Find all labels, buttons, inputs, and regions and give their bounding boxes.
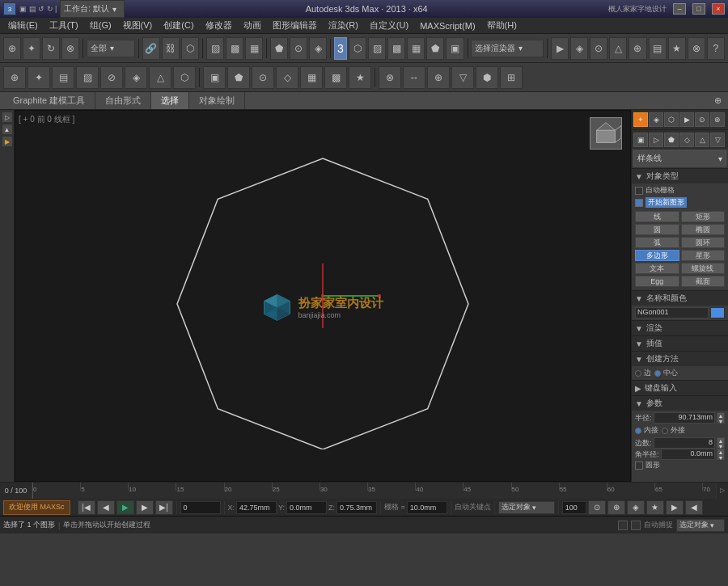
start-new-shape-checkbox[interactable] (635, 199, 643, 207)
select-all-dropdown[interactable]: 全部▾ (87, 40, 135, 57)
tool-n5[interactable]: ⬟ (426, 37, 444, 60)
coord-y-field[interactable]: 0.0mm (286, 501, 327, 514)
maxscript-btn[interactable]: 欢迎使用 MAXSc (3, 500, 70, 515)
tool-render2[interactable]: ◈ (570, 37, 588, 60)
t2-7[interactable]: △ (149, 66, 171, 89)
t2-2[interactable]: ✦ (28, 66, 50, 89)
pi2-3[interactable]: ⬟ (664, 133, 679, 147)
shape-btn-rect[interactable]: 矩形 (681, 211, 726, 222)
menu-create[interactable]: 创建(C) (159, 19, 198, 32)
interpolation-header[interactable]: ▼ 插值 (632, 336, 728, 351)
radius-field[interactable]: 90.713mm (654, 412, 715, 424)
tool-align[interactable]: ⊙ (290, 37, 307, 60)
pi2-4[interactable]: ◇ (679, 133, 694, 147)
bc-r6[interactable]: ◀ (685, 500, 703, 515)
shape-btn-helix[interactable]: 螺旋线 (681, 263, 726, 274)
circular-checkbox[interactable] (635, 462, 643, 470)
pi-hierarchy[interactable]: ⬡ (664, 112, 679, 127)
tab-paint[interactable]: 对象绘制 (189, 92, 245, 109)
t2-18[interactable]: ⊕ (427, 66, 450, 89)
pi-create[interactable]: ✦ (633, 112, 648, 127)
t2-3[interactable]: ▤ (52, 66, 74, 89)
menu-modify[interactable]: 修改器 (201, 19, 237, 32)
menu-group[interactable]: 组(G) (85, 19, 116, 32)
keyboard-input-header[interactable]: ▶ 键盘输入 (632, 381, 728, 395)
tool-n6[interactable]: ▣ (446, 37, 463, 60)
tool-unlink[interactable]: ⛓ (162, 37, 180, 60)
nav-cube[interactable] (590, 117, 622, 150)
object-type-header[interactable]: ▼ 对象类型 (632, 169, 728, 183)
tool-render5[interactable]: ⊕ (629, 37, 646, 60)
tool-bind[interactable]: ⬡ (181, 37, 199, 60)
tool-render6[interactable]: ▤ (649, 37, 667, 60)
t2-19[interactable]: ▽ (451, 66, 474, 89)
tool-scale[interactable]: ⊗ (61, 37, 79, 60)
bc-r1[interactable]: ⊙ (588, 500, 606, 515)
viewport[interactable]: [ + 0 前 0 线框 ] (15, 110, 631, 482)
t2-8[interactable]: ⬡ (173, 66, 196, 89)
menu-animation[interactable]: 动画 (239, 19, 266, 32)
tool-help[interactable]: ? (707, 37, 725, 60)
grid-field[interactable]: 10.0mm (407, 501, 447, 514)
pi2-5[interactable]: △ (695, 133, 709, 147)
bc-prev-frame[interactable]: ◀ (97, 500, 115, 515)
color-swatch[interactable] (710, 307, 725, 318)
rendering-header[interactable]: ▼ 渲染 (632, 321, 728, 335)
t2-15[interactable]: ★ (349, 66, 371, 89)
shape-btn-egg[interactable]: Egg (635, 276, 679, 287)
pi2-2[interactable]: ▷ (649, 133, 663, 147)
menu-render[interactable]: 渲染(R) (324, 19, 363, 32)
menu-edit[interactable]: 编辑(E) (3, 19, 43, 32)
t2-21[interactable]: ⊞ (500, 66, 523, 89)
lt-3[interactable]: ▶ (2, 136, 13, 147)
select-filter-dropdown[interactable]: 选定对象▾ (676, 519, 725, 532)
radius-spinner[interactable]: ▲ ▼ (717, 412, 725, 424)
radio-circumscribed[interactable] (662, 428, 668, 434)
t2-11[interactable]: ⊙ (252, 66, 274, 89)
bc-play[interactable]: ▶ (116, 500, 134, 515)
menu-help[interactable]: 帮助(H) (482, 19, 522, 32)
tool-move[interactable]: ✦ (23, 37, 40, 60)
tool-n3[interactable]: ▩ (387, 37, 405, 60)
tool-layer[interactable]: ▨ (206, 37, 224, 60)
snap-indicator[interactable] (618, 521, 628, 530)
tool-render7[interactable]: ★ (668, 37, 686, 60)
bc-r4[interactable]: ★ (646, 500, 664, 515)
shape-btn-text[interactable]: 文本 (635, 263, 679, 274)
bc-goto-start[interactable]: |◀ (78, 500, 95, 515)
pi-display[interactable]: ⊙ (695, 112, 709, 127)
pi-utils[interactable]: ⊕ (710, 112, 725, 127)
pi2-6[interactable]: ▽ (710, 133, 725, 147)
timeline-scroll[interactable]: ▷ (716, 483, 728, 499)
t2-12[interactable]: ◇ (276, 66, 298, 89)
bc-goto-end[interactable]: ▶| (155, 500, 173, 515)
tool-render3[interactable]: ⊙ (590, 37, 607, 60)
bc-r3[interactable]: ◈ (627, 500, 645, 515)
shape-btn-star[interactable]: 星形 (681, 250, 726, 261)
lt-1[interactable]: ▷ (2, 112, 13, 123)
tool-num[interactable]: 3 (334, 37, 347, 60)
auto-grid-checkbox[interactable] (635, 187, 643, 195)
corner-radius-field[interactable]: 0.0mm (661, 449, 715, 460)
shape-btn-ellipse[interactable]: 椭圆 (681, 224, 726, 235)
render-dropdown[interactable]: 选择渲染器▾ (471, 40, 544, 57)
maximize-btn[interactable]: □ (692, 3, 705, 15)
key-indicator[interactable] (631, 521, 641, 530)
t2-13[interactable]: ▦ (300, 66, 323, 89)
bc-r5[interactable]: ▶ (666, 500, 684, 515)
t2-16[interactable]: ⊗ (379, 66, 401, 89)
tool-render8[interactable]: ⊗ (688, 37, 705, 60)
tool-spacer[interactable]: ◈ (309, 37, 327, 60)
viewport-nav[interactable] (590, 117, 624, 151)
tool-mirror[interactable]: ⬟ (270, 37, 288, 60)
tool-render4[interactable]: △ (609, 37, 627, 60)
shape-btn-line[interactable]: 线 (635, 211, 679, 222)
t2-20[interactable]: ⬢ (476, 66, 498, 89)
tool-link[interactable]: 🔗 (142, 37, 160, 60)
shape-btn-arc[interactable]: 弧 (635, 237, 679, 248)
frame-track[interactable]: 0 5 10 15 20 25 30 35 40 45 50 55 60 (32, 483, 716, 499)
tool-subelement[interactable]: ▦ (245, 37, 263, 60)
t2-1[interactable]: ⊕ (3, 66, 26, 89)
panel-type-dropdown[interactable]: 样条线 ▾ (633, 150, 726, 167)
t2-10[interactable]: ⬟ (227, 66, 250, 89)
